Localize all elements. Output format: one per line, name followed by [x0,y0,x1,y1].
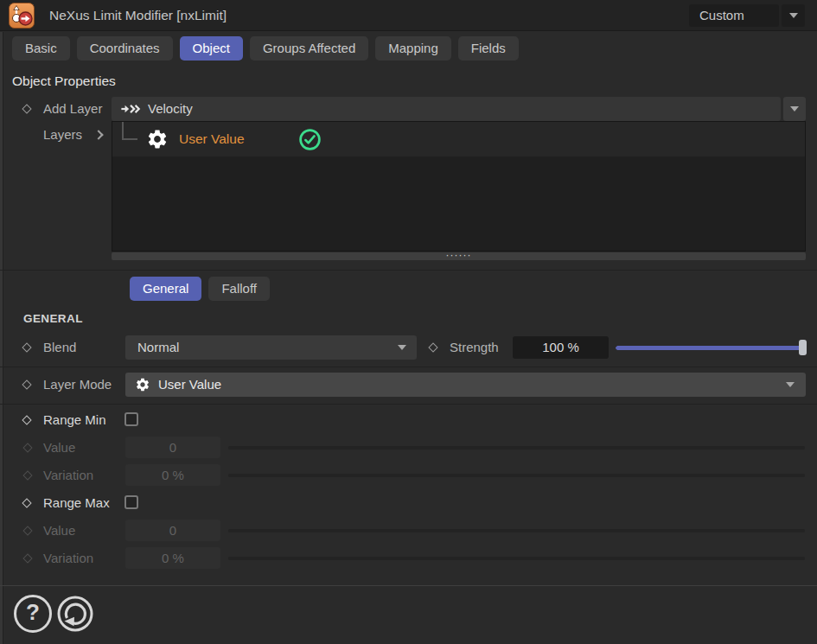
keyframe-diamond-icon[interactable] [22,104,31,113]
help-button[interactable]: ? [14,595,52,633]
chevron-down-icon [789,13,798,18]
preset-dropdown[interactable]: Custom [689,4,779,27]
tab-object[interactable]: Object [180,36,243,61]
divider [0,585,817,586]
velocity-icon [120,103,141,115]
layer-mode-label: Layer Mode [43,373,112,397]
blend-dropdown[interactable]: Normal [125,335,417,360]
range-max-value-field: 0 [125,520,220,541]
range-min-checkbox[interactable] [124,412,138,426]
strength-slider-track [616,346,805,350]
layer-mode-value: User Value [158,373,221,397]
tab-groups-affected[interactable]: Groups Affected [250,36,368,61]
section-title: Object Properties [12,73,116,89]
range-max-label: Range Max [43,491,110,515]
divider [0,404,817,405]
range-max-checkbox[interactable] [124,495,138,509]
add-layer-dropdown-button[interactable] [783,97,806,121]
reset-icon [56,595,94,633]
tab-coordinates[interactable]: Coordinates [77,36,173,61]
preset-dropdown-button[interactable] [782,4,805,27]
keyframe-diamond-icon [22,470,32,480]
reset-button[interactable] [56,595,94,633]
keyframe-diamond-icon [22,443,32,452]
tab-fields[interactable]: Fields [458,36,519,61]
tab-bar: Basic Coordinates Object Groups Affected… [12,36,519,61]
chevron-down-icon [398,345,406,350]
blend-label: Blend [43,335,76,360]
preset-value: Custom [699,8,744,22]
general-section-header: GENERAL [23,312,83,325]
layers-panel: User Value [112,121,806,252]
window-title: NeXus Limit Modifier [nxLimit] [49,0,227,31]
layer-enabled-check-icon[interactable] [298,128,322,151]
keyframe-diamond-icon [22,553,32,563]
strength-label: Strength [450,335,499,360]
keyframe-diamond-icon[interactable] [22,415,31,424]
nexus-limit-modifier-panel: NeXus Limit Modifier [nxLimit] Custom Ba… [0,0,817,644]
divider [0,367,817,367]
keyframe-diamond-icon [22,526,32,535]
blend-value: Normal [137,335,179,360]
add-layer-dropdown[interactable]: Velocity [112,97,781,121]
keyframe-diamond-icon[interactable] [22,498,31,507]
strength-value-field[interactable]: 100 % [513,336,609,359]
chevron-down-icon [786,382,795,387]
divider [0,270,817,271]
range-min-value-label: Value [43,436,75,460]
add-layer-value: Velocity [148,97,193,121]
keyframe-diamond-icon[interactable] [428,342,437,352]
window-edge-gutter [0,32,3,644]
sub-tab-bar: General Falloff [130,277,270,301]
tab-basic[interactable]: Basic [12,36,70,61]
tab-mapping[interactable]: Mapping [375,36,451,61]
gear-icon [135,377,150,392]
strength-slider-fill [616,346,805,350]
range-max-variation-slider [228,557,805,560]
range-min-value-slider [228,446,805,450]
keyframe-diamond-icon[interactable] [22,379,31,389]
range-min-value-field: 0 [125,437,220,458]
add-layer-label: Add Layer [43,97,102,121]
layers-expand-icon[interactable] [93,130,103,139]
strength-slider-handle[interactable] [799,340,807,355]
app-icon [9,3,35,29]
range-min-label: Range Min [43,408,106,432]
layers-label: Layers [43,123,82,147]
subtab-general[interactable]: General [130,277,201,301]
range-max-value-label: Value [43,519,75,543]
layer-name: User Value [179,122,245,156]
chevron-down-icon [790,106,799,112]
layers-resize-handle[interactable]: ······ [112,252,806,260]
subtab-falloff[interactable]: Falloff [208,277,270,301]
gear-icon [146,128,169,150]
range-max-variation-field: 0 % [125,547,220,569]
range-max-value-slider [228,529,805,532]
help-icon: ? [26,599,40,626]
range-max-variation-label: Variation [43,546,93,571]
strength-slider[interactable] [616,335,805,360]
range-min-variation-field: 0 % [125,464,220,486]
titlebar: NeXus Limit Modifier [nxLimit] Custom [0,0,817,31]
layer-row[interactable]: User Value [112,122,805,156]
resize-dots: ······ [446,253,472,257]
range-min-variation-slider [228,474,805,477]
range-min-variation-label: Variation [43,463,93,488]
layer-mode-dropdown[interactable]: User Value [125,373,806,397]
tree-branch-line [122,122,137,140]
keyframe-diamond-icon[interactable] [22,342,31,352]
